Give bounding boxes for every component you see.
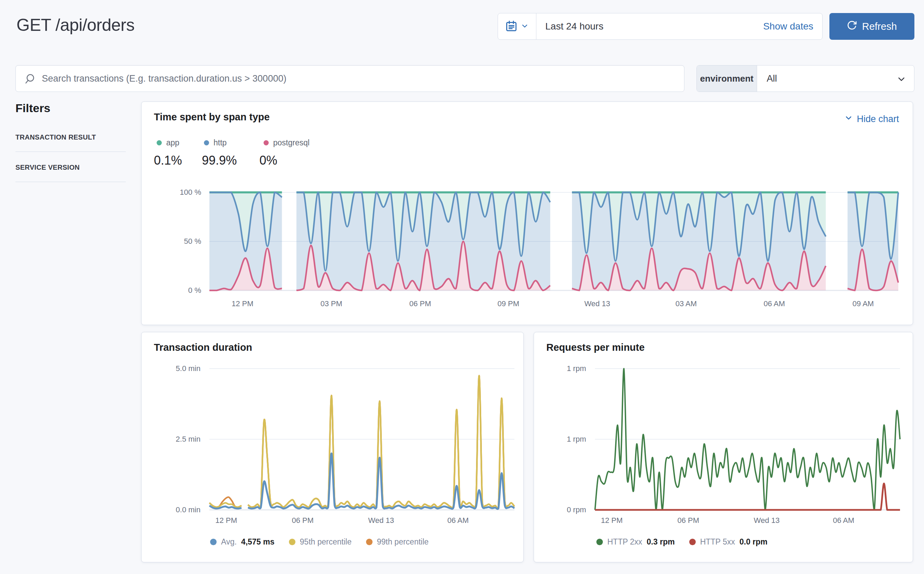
filters-heading: Filters — [16, 101, 126, 115]
chart-plot-area[interactable] — [595, 365, 900, 513]
span-percentage-app: 0.1% — [154, 153, 182, 168]
refresh-button-label: Refresh — [862, 21, 897, 32]
filter-section-service-version[interactable]: SERVICE VERSION — [16, 152, 126, 182]
req-plot-svg — [595, 365, 900, 513]
date-picker-calendar-button[interactable] — [498, 13, 536, 39]
legend-label: postgresql — [273, 138, 310, 147]
legend-label: http — [214, 138, 227, 147]
refresh-icon — [847, 20, 857, 33]
chart-plot-area[interactable] — [209, 190, 898, 293]
chevron-down-icon — [521, 22, 529, 31]
legend-item-http-2xx[interactable]: HTTP 2xx 0.3 rpm — [597, 537, 675, 547]
filter-section-transaction-result[interactable]: TRANSACTION RESULT — [16, 133, 126, 152]
y-axis-label: 0 % — [188, 285, 201, 295]
time-range-value[interactable]: Last 24 hours — [536, 21, 763, 32]
legend-label: 95th percentile — [300, 537, 352, 547]
show-dates-link[interactable]: Show dates — [763, 21, 822, 32]
filters-sidebar: Filters TRANSACTION RESULT SERVICE VERSI… — [16, 101, 126, 182]
x-axis: 12 PM03 PM06 PM09 PMWed 1303 AM06 AM09 A… — [209, 300, 898, 310]
x-axis-label: 03 PM — [320, 300, 342, 308]
y-axis-label: 1 rpm — [567, 364, 586, 374]
x-axis-label: 09 PM — [497, 300, 519, 308]
legend-label: Avg. — [221, 537, 237, 547]
x-axis-label: Wed 13 — [754, 516, 779, 525]
x-axis-label: 03 AM — [675, 300, 697, 308]
x-axis-label: 06 AM — [833, 516, 854, 525]
panel-title: Time spent by span type — [154, 112, 270, 123]
apm-transaction-page: GET /api/orders Last 24 hours Show dates… — [0, 0, 924, 574]
legend-dot — [366, 539, 373, 545]
x-axis-label: 12 PM — [215, 516, 237, 525]
time-spent-by-span-type-panel: Time spent by span type Hide chart app h… — [141, 101, 913, 325]
x-axis-label: 06 PM — [292, 516, 314, 525]
legend-item-postgresql[interactable]: postgresql — [264, 138, 310, 147]
x-axis-label: 12 PM — [232, 300, 253, 308]
x-axis-label: Wed 13 — [368, 516, 394, 525]
legend-value: 0.0 rpm — [739, 537, 767, 547]
environment-value: All — [767, 73, 777, 84]
filter-section-label: TRANSACTION RESULT — [16, 133, 96, 141]
legend-label: 99th percentile — [377, 537, 429, 547]
legend-item-avg[interactable]: Avg. 4,575 ms — [210, 537, 274, 547]
x-axis-label: Wed 13 — [584, 300, 610, 308]
y-axis-label: 2.5 min — [176, 434, 200, 444]
span-percentage-postgresql: 0% — [260, 153, 277, 168]
panel-title: Transaction duration — [154, 342, 252, 353]
environment-label: environment — [697, 66, 757, 91]
legend-label: HTTP 2xx — [607, 537, 642, 547]
legend-item-95th-percentile[interactable]: 95th percentile — [289, 537, 352, 547]
requests-per-minute-panel: Requests per minute 1 rpm1 rpm0 rpm 12 P… — [534, 332, 913, 562]
chevron-down-icon — [844, 114, 853, 125]
y-axis: 100 %50 %0 % — [142, 190, 205, 293]
environment-filter: environment All — [696, 65, 915, 92]
refresh-button[interactable]: Refresh — [830, 13, 915, 40]
x-axis-label: 06 AM — [447, 516, 469, 525]
hide-chart-link[interactable]: Hide chart — [844, 114, 899, 125]
calendar-icon — [505, 20, 518, 33]
legend-item-http-5xx[interactable]: HTTP 5xx 0.0 rpm — [689, 537, 768, 547]
x-axis-label: 06 AM — [763, 300, 785, 308]
chart-plot-area[interactable] — [209, 365, 515, 513]
legend-item-99th-percentile[interactable]: 99th percentile — [366, 537, 429, 547]
environment-select[interactable]: All — [757, 66, 914, 91]
legend-dot — [210, 539, 217, 545]
y-axis-label: 0 rpm — [567, 505, 586, 515]
legend-dot — [157, 140, 162, 145]
dur-plot-svg — [209, 365, 515, 513]
span-percentage-http: 99.9% — [202, 153, 237, 168]
legend-value: 0.3 rpm — [647, 537, 675, 547]
panel-title: Requests per minute — [546, 342, 645, 353]
y-axis-label: 5.0 min — [176, 364, 200, 374]
legend-dot — [204, 140, 209, 145]
y-axis-label: 50 % — [184, 237, 201, 246]
x-axis-label: 09 AM — [852, 300, 874, 308]
legend-label: HTTP 5xx — [700, 537, 735, 547]
legend-item-app[interactable]: app — [157, 138, 179, 147]
y-axis-label: 0.0 min — [176, 505, 200, 515]
hide-chart-label: Hide chart — [857, 114, 899, 125]
span-chart-svg — [209, 190, 898, 293]
search-bar — [16, 65, 685, 92]
chart-legend: HTTP 2xx 0.3 rpm HTTP 5xx 0.0 rpm — [597, 537, 767, 547]
transaction-duration-panel: Transaction duration 5.0 min2.5 min0.0 m… — [141, 332, 524, 562]
y-axis-label: 100 % — [180, 188, 201, 197]
search-input[interactable] — [42, 66, 676, 91]
x-axis-label: 06 PM — [409, 300, 431, 308]
legend-dot — [264, 140, 269, 145]
date-picker: Last 24 hours Show dates — [497, 13, 823, 40]
filter-section-label: SERVICE VERSION — [16, 164, 80, 171]
legend-dot — [689, 539, 696, 545]
legend-value: 4,575 ms — [241, 537, 274, 547]
page-title: GET /api/orders — [16, 15, 135, 35]
legend-dot — [597, 539, 603, 545]
chart-legend: Avg. 4,575 ms 95th percentile 99th perce… — [210, 537, 429, 547]
span-type-chart: 100 %50 %0 % 12 PM03 PM06 PM09 PMWed 130… — [142, 190, 913, 325]
requests-per-minute-chart: 1 rpm1 rpm0 rpm 12 PM06 PMWed 1306 AM — [534, 365, 908, 547]
y-axis-label: 1 rpm — [567, 434, 586, 444]
legend-item-http[interactable]: http — [204, 138, 227, 147]
legend-label: app — [166, 138, 179, 147]
transaction-duration-chart: 5.0 min2.5 min0.0 min 12 PM06 PMWed 1306… — [142, 365, 519, 547]
x-axis-label: 06 PM — [678, 516, 699, 525]
x-axis-label: 12 PM — [601, 516, 623, 525]
legend-dot — [289, 539, 296, 545]
